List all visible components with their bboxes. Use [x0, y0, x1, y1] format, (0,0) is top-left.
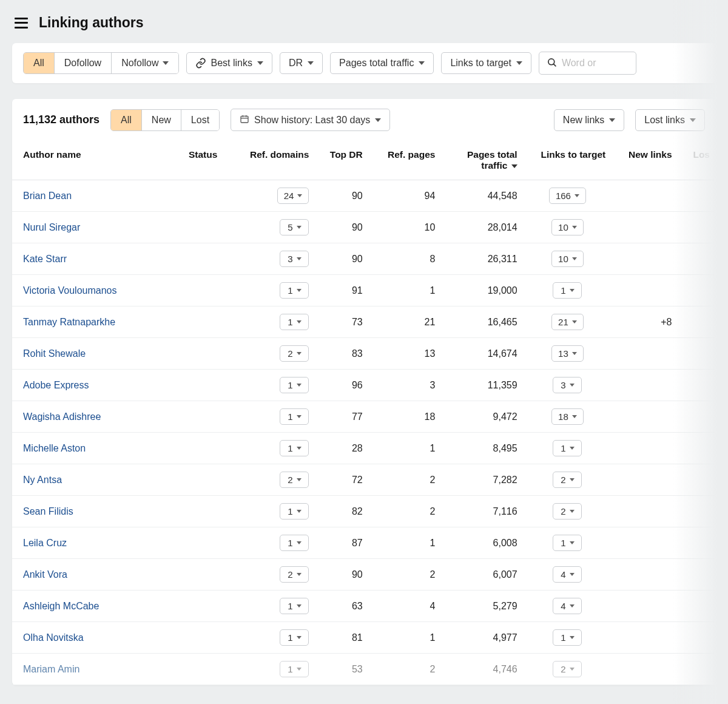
links-to-target-button[interactable]: 2 [553, 503, 582, 520]
author-link[interactable]: Leila Cruz [23, 538, 67, 548]
ref-domains-button[interactable]: 1 [280, 282, 309, 299]
status-tab-new[interactable]: New [142, 110, 181, 130]
ref-domains-button[interactable]: 1 [280, 661, 309, 677]
links-to-target-button[interactable]: 10 [551, 251, 584, 267]
links-to-target-button[interactable]: 4 [553, 566, 582, 583]
cell-status [183, 654, 233, 685]
ref-domains-button[interactable]: 1 [280, 440, 309, 456]
ref-domains-button[interactable]: 1 [280, 535, 309, 551]
ref-domains-button[interactable]: 1 [280, 503, 309, 520]
links-to-target-button[interactable]: 10 [551, 219, 584, 235]
author-link[interactable]: Ny Antsa [23, 475, 62, 485]
links-to-target-button[interactable]: 1 [553, 282, 582, 299]
ref-domains-button[interactable]: 24 [277, 188, 309, 204]
author-link[interactable]: Mariam Amin [23, 664, 79, 674]
links-to-target-button[interactable]: 2 [553, 472, 582, 488]
author-link[interactable]: Tanmay Ratnaparkhe [23, 317, 115, 327]
ref-domains-button[interactable]: 2 [280, 472, 309, 488]
tab-all[interactable]: All [24, 53, 55, 73]
ref-domains-button[interactable]: 2 [280, 566, 309, 583]
cell-top-dr: 90 [315, 243, 368, 275]
status-tab-all[interactable]: All [111, 110, 142, 130]
ref-domains-button[interactable]: 3 [280, 251, 309, 267]
ref-domains-button[interactable]: 1 [280, 598, 309, 614]
filter-links-to-target[interactable]: Links to target [441, 52, 531, 74]
search-box[interactable] [539, 52, 636, 75]
cell-new-links [612, 275, 678, 306]
author-link[interactable]: Michelle Aston [23, 443, 86, 453]
svg-rect-2 [241, 116, 248, 123]
filter-best-links[interactable]: Best links [186, 52, 272, 74]
cell-lost-links [678, 370, 716, 401]
tab-nofollow-label: Nofollow [121, 58, 158, 69]
author-link[interactable]: Victoria Vouloumanos [23, 285, 116, 296]
chevron-down-icon [308, 61, 314, 65]
chevron-down-icon [572, 352, 577, 355]
links-to-target-button[interactable]: 21 [551, 314, 584, 330]
table-row: Ny Antsa 2 72 2 7,282 2 [12, 464, 716, 496]
author-link[interactable]: Rohit Shewale [23, 348, 86, 359]
new-links-button[interactable]: New links [554, 109, 624, 131]
links-to-target-button[interactable]: 1 [553, 629, 582, 646]
filter-best-links-label: Best links [211, 58, 252, 69]
col-new-links[interactable]: New links [612, 141, 678, 180]
cell-new-links [612, 559, 678, 591]
filter-pages-traffic[interactable]: Pages total traffic [330, 52, 434, 74]
author-link[interactable]: Adobe Express [23, 380, 89, 390]
links-to-target-button[interactable]: 4 [553, 598, 582, 614]
chevron-down-icon [297, 510, 302, 513]
tab-dofollow[interactable]: Dofollow [55, 53, 112, 73]
links-to-target-button[interactable]: 3 [553, 377, 582, 393]
col-status[interactable]: Status [183, 141, 233, 180]
author-link[interactable]: Ankit Vora [23, 569, 67, 580]
links-to-target-button[interactable]: 1 [553, 440, 582, 456]
cell-lost-links [678, 275, 716, 306]
chevron-down-icon [297, 257, 302, 260]
cell-traffic: 7,282 [441, 464, 523, 496]
ref-domains-button[interactable]: 1 [280, 629, 309, 646]
author-link[interactable]: Sean Filidis [23, 506, 73, 516]
col-lost-links[interactable]: Los [678, 141, 716, 180]
links-to-target-button[interactable]: 18 [551, 408, 584, 425]
col-top-dr[interactable]: Top DR [315, 141, 368, 180]
tab-nofollow[interactable]: Nofollow [112, 53, 178, 73]
col-links-to-target[interactable]: Links to target [524, 141, 612, 180]
author-link[interactable]: Nurul Siregar [23, 222, 80, 232]
cell-status [183, 591, 233, 622]
links-to-target-button[interactable]: 1 [553, 535, 582, 551]
menu-icon[interactable] [15, 18, 28, 29]
cell-top-dr: 91 [315, 275, 368, 306]
col-author[interactable]: Author name [12, 141, 183, 180]
col-ref-domains[interactable]: Ref. domains [233, 141, 315, 180]
author-link[interactable]: Ashleigh McCabe [23, 601, 99, 611]
cell-top-dr: 73 [315, 306, 368, 338]
search-input[interactable] [562, 58, 629, 69]
cell-new-links [612, 401, 678, 433]
links-to-target-button[interactable]: 13 [551, 345, 584, 362]
author-link[interactable]: Kate Starr [23, 254, 67, 264]
col-ref-pages[interactable]: Ref. pages [369, 141, 442, 180]
chevron-down-icon [297, 194, 302, 197]
links-to-target-button[interactable]: 166 [549, 188, 586, 204]
ref-domains-button[interactable]: 1 [280, 314, 309, 330]
cell-traffic: 28,014 [441, 212, 523, 243]
chevron-down-icon [297, 289, 302, 292]
author-link[interactable]: Brian Dean [23, 191, 72, 201]
links-to-target-button[interactable]: 2 [553, 661, 582, 677]
cell-top-dr: 87 [315, 527, 368, 559]
ref-domains-button[interactable]: 1 [280, 377, 309, 393]
col-pages-traffic[interactable]: Pages total traffic [441, 141, 523, 180]
author-link[interactable]: Wagisha Adishree [23, 411, 101, 422]
chevron-down-icon [297, 668, 302, 671]
author-link[interactable]: Olha Novitska [23, 632, 84, 643]
show-history-button[interactable]: Show history: Last 30 days [231, 109, 390, 131]
ref-domains-button[interactable]: 2 [280, 345, 309, 362]
authors-table: Author name Status Ref. domains Top DR R… [12, 141, 716, 685]
lost-links-button[interactable]: Lost links [635, 109, 705, 131]
ref-domains-button[interactable]: 5 [280, 219, 309, 235]
ref-domains-button[interactable]: 1 [280, 408, 309, 425]
table-row: Brian Dean 24 90 94 44,548 166 [12, 180, 716, 212]
cell-traffic: 44,548 [441, 180, 523, 212]
status-tab-lost[interactable]: Lost [181, 110, 219, 130]
filter-dr[interactable]: DR [280, 52, 323, 74]
